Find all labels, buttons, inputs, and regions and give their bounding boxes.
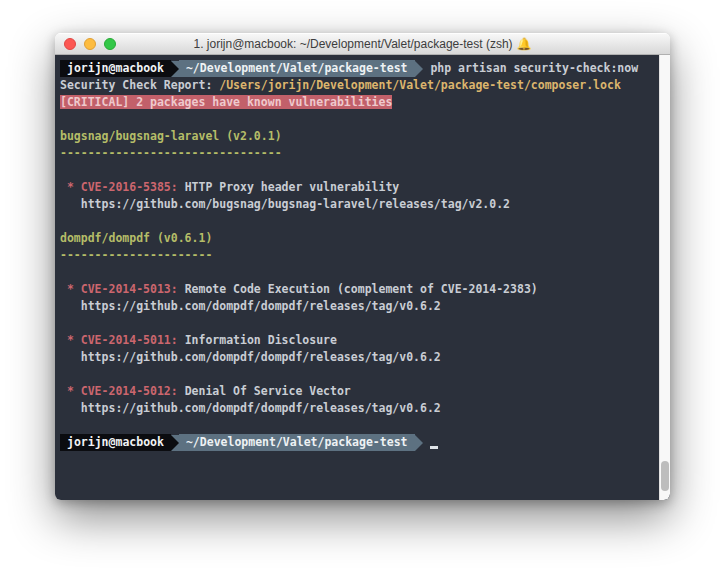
text-segment: /Users/jorijn/Development/Valet/package-… [219, 78, 621, 92]
terminal-line: https://github.com/dompdf/dompdf/release… [60, 400, 654, 417]
window-title: 1. jorijn@macbook: ~/Development/Valet/p… [193, 37, 512, 51]
text-segment: https://github.com/dompdf/dompdf/release… [60, 401, 441, 415]
terminal-line: dompdf/dompdf (v0.6.1) [60, 230, 654, 247]
text-segment: Information Disclosure [178, 333, 337, 347]
prompt-cwd: ~/Development/Valet/package-test [179, 434, 415, 451]
text-segment: bugsnag/bugsnag-laravel (v2.0.1) [60, 129, 282, 143]
terminal-line: jorijn@macbook~/Development/Valet/packag… [60, 60, 654, 77]
command-text: php artisan security-check:now [424, 60, 639, 77]
terminal-line: [CRITICAL] 2 packages have known vulnera… [60, 94, 654, 111]
text-segment: https://github.com/bugsnag/bugsnag-larav… [60, 197, 510, 211]
traffic-lights [64, 33, 116, 55]
text-segment: Denial Of Service Vector [178, 384, 351, 398]
zoom-button[interactable] [104, 38, 116, 50]
powerline-arrow-icon [415, 61, 423, 77]
text-segment: * CVE-2014-5013: [60, 282, 178, 296]
terminal-line: https://github.com/dompdf/dompdf/release… [60, 349, 654, 366]
terminal-line: https://github.com/dompdf/dompdf/release… [60, 298, 654, 315]
terminal-line: * CVE-2014-5012: Denial Of Service Vecto… [60, 383, 654, 400]
terminal-line [60, 162, 654, 179]
terminal-line: * CVE-2014-5013: Remote Code Execution (… [60, 281, 654, 298]
prompt-user-host: jorijn@macbook [60, 434, 171, 451]
prompt-cwd: ~/Development/Valet/package-test [179, 60, 415, 77]
text-segment: Security Check Report: [60, 78, 219, 92]
powerline-arrow-icon [415, 435, 423, 451]
terminal-line: https://github.com/bugsnag/bugsnag-larav… [60, 196, 654, 213]
bell-icon: 🔔 [517, 37, 532, 51]
prompt-user-host: jorijn@macbook [60, 60, 171, 77]
text-segment: dompdf/dompdf (v0.6.1) [60, 231, 212, 245]
powerline-arrow-icon [171, 61, 179, 77]
terminal-line [60, 264, 654, 281]
terminal-line [60, 366, 654, 383]
text-segment: Remote Code Execution (complement of CVE… [178, 282, 538, 296]
terminal-line: bugsnag/bugsnag-laravel (v2.0.1) [60, 128, 654, 145]
terminal-line: Security Check Report: /Users/jorijn/Dev… [60, 77, 654, 94]
text-segment: [CRITICAL] 2 packages have known vulnera… [60, 95, 392, 109]
window-titlebar[interactable]: 1. jorijn@macbook: ~/Development/Valet/p… [55, 33, 670, 55]
text-segment: ---------------------- [60, 248, 212, 262]
close-button[interactable] [64, 38, 76, 50]
scrollbar-thumb[interactable] [661, 461, 669, 491]
minimize-button[interactable] [84, 38, 96, 50]
text-segment: -------------------------------- [60, 146, 282, 160]
text-segment: * CVE-2014-5012: [60, 384, 178, 398]
terminal-line: * CVE-2014-5011: Information Disclosure [60, 332, 654, 349]
terminal-window: 1. jorijn@macbook: ~/Development/Valet/p… [55, 33, 670, 500]
text-segment: https://github.com/dompdf/dompdf/release… [60, 299, 441, 313]
terminal-screen[interactable]: jorijn@macbook~/Development/Valet/packag… [55, 55, 670, 500]
text-segment: * CVE-2016-5385: [60, 180, 178, 194]
terminal-line: -------------------------------- [60, 145, 654, 162]
text-segment: HTTP Proxy header vulnerability [178, 180, 400, 194]
terminal-line [60, 315, 654, 332]
terminal-line: jorijn@macbook~/Development/Valet/packag… [60, 434, 654, 451]
text-segment: * CVE-2014-5011: [60, 333, 178, 347]
powerline-arrow-icon [171, 435, 179, 451]
text-segment: https://github.com/dompdf/dompdf/release… [60, 350, 441, 364]
terminal-line: ---------------------- [60, 247, 654, 264]
terminal-line: * CVE-2016-5385: HTTP Proxy header vulne… [60, 179, 654, 196]
terminal-line [60, 417, 654, 434]
text-cursor [430, 446, 438, 449]
scrollbar-track[interactable] [659, 55, 670, 500]
terminal-line [60, 213, 654, 230]
terminal-line [60, 111, 654, 128]
